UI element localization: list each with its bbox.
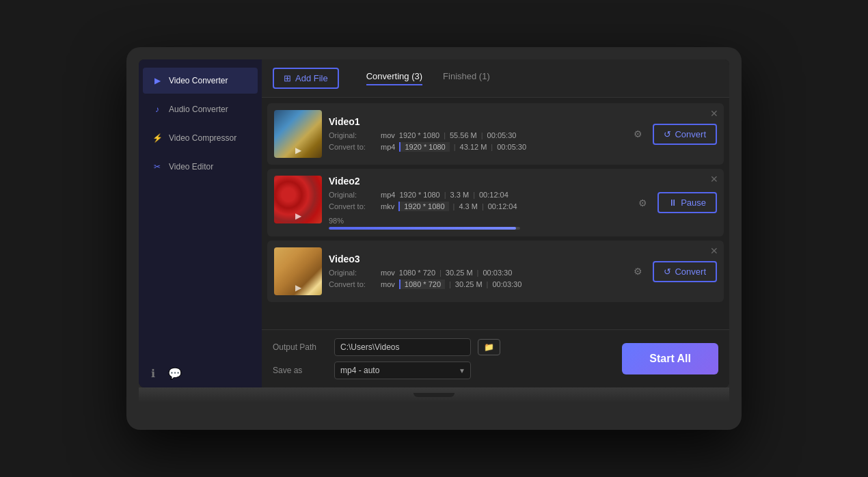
sidebar-item-label-video-converter: Video Converter xyxy=(169,76,228,85)
convert-resolution-video3: 1080 * 720 xyxy=(399,280,445,289)
original-duration-video3: 00:03:30 xyxy=(483,269,512,277)
progress-bar-video2: 98% xyxy=(329,217,626,230)
convert-to-label-video2: Convert to: xyxy=(329,202,377,210)
convert-duration-video2: 00:12:04 xyxy=(488,202,517,210)
convert-button-video1[interactable]: ↺ Convert xyxy=(653,124,717,145)
sidebar-item-label-audio-converter: Audio Converter xyxy=(169,105,228,114)
file-actions-video2: ⚙ ⏸ Pause xyxy=(633,176,717,230)
sidebar: ▶ Video Converter ♪ Audio Converter ⚡ Vi… xyxy=(139,59,262,387)
original-label-video1: Original: xyxy=(329,131,377,139)
settings-button-video3[interactable]: ⚙ xyxy=(628,262,647,281)
file-name-video3: Video3 xyxy=(329,254,621,264)
bottom-left: Output Path 📁 Save as mp4 - auto mkv - a… xyxy=(273,338,500,379)
original-format-video3: mov xyxy=(381,269,395,277)
video-converter-icon: ▶ xyxy=(151,74,163,87)
settings-button-video2[interactable]: ⚙ xyxy=(633,193,652,213)
info-icon[interactable]: ℹ xyxy=(146,366,161,381)
save-as-label: Save as xyxy=(273,366,327,375)
save-as-wrapper: mp4 - auto mkv - auto mov - auto avi - a… xyxy=(334,362,471,379)
sidebar-item-video-editor[interactable]: ✂ Video Editor xyxy=(143,154,258,180)
laptop-wrapper: ▶ Video Converter ♪ Audio Converter ⚡ Vi… xyxy=(126,47,742,430)
add-file-label: Add File xyxy=(295,73,328,83)
settings-button-video1[interactable]: ⚙ xyxy=(628,124,647,144)
output-path-row: Output Path 📁 xyxy=(273,338,500,356)
sidebar-item-label-video-compressor: Video Compressor xyxy=(169,133,236,143)
folder-button[interactable]: 📁 xyxy=(478,339,500,355)
sidebar-item-video-converter[interactable]: ▶ Video Converter xyxy=(143,68,258,94)
sidebar-item-label-video-editor: Video Editor xyxy=(169,162,213,172)
convert-icon-video1: ↺ xyxy=(664,129,671,139)
progress-track-video2 xyxy=(329,227,520,230)
pause-icon-video2: ⏸ xyxy=(668,197,677,208)
original-size-video2: 3.3 M xyxy=(450,191,470,199)
convert-size-video2: 4.3 M xyxy=(459,202,478,210)
convert-button-video3[interactable]: ↺ Convert xyxy=(653,261,717,282)
convert-resolution-video1: 1920 * 1080 xyxy=(399,142,449,152)
file-actions-video1: ⚙ ↺ Convert xyxy=(628,110,717,158)
sidebar-item-audio-converter[interactable]: ♪ Audio Converter xyxy=(143,96,258,122)
thumbnail-video2: ▶ xyxy=(274,176,322,223)
file-list: ✕ ▶ Video1 Original: mov 1920 * 1080 | xyxy=(262,98,729,329)
file-actions-video3: ⚙ ↺ Convert xyxy=(628,247,717,295)
laptop-notch xyxy=(413,393,455,397)
close-button-video3[interactable]: ✕ xyxy=(710,246,718,256)
app-container: ▶ Video Converter ♪ Audio Converter ⚡ Vi… xyxy=(139,59,729,387)
file-item-video2: ✕ ▶ Video2 Original: mp4 1920 * 1080 | xyxy=(267,169,724,236)
convert-to-label-video3: Convert to: xyxy=(329,280,377,288)
file-meta-convert-video3: Convert to: mov 1080 * 720 | 30.25 M | 0… xyxy=(329,280,621,289)
original-duration-video1: 00:05:30 xyxy=(487,131,517,139)
output-path-label: Output Path xyxy=(273,342,327,352)
pause-button-video2[interactable]: ⏸ Pause xyxy=(657,192,717,213)
sidebar-bottom: ℹ 💬 xyxy=(139,359,262,387)
original-format-video1: mov xyxy=(381,131,395,139)
bottom-bar: Output Path 📁 Save as mp4 - auto mkv - a… xyxy=(262,329,729,387)
output-path-input[interactable] xyxy=(334,338,471,356)
video-compressor-icon: ⚡ xyxy=(151,132,163,144)
file-item-video3: ✕ ▶ Video3 Original: mov 1080 * 720 | xyxy=(267,241,724,302)
file-name-video2: Video2 xyxy=(329,176,626,187)
close-button-video1[interactable]: ✕ xyxy=(710,109,718,118)
progress-fill-video2 xyxy=(329,227,516,230)
play-icon-video1: ▶ xyxy=(295,146,301,155)
original-label-video3: Original: xyxy=(329,269,377,277)
save-as-select[interactable]: mp4 - auto mkv - auto mov - auto avi - a… xyxy=(334,362,471,379)
convert-duration-video3: 00:03:30 xyxy=(492,280,521,288)
audio-converter-icon: ♪ xyxy=(151,103,163,115)
convert-format-video2: mkv xyxy=(381,202,394,210)
original-duration-video2: 00:12:04 xyxy=(479,191,508,199)
tab-finished[interactable]: Finished (1) xyxy=(443,71,490,85)
chat-icon[interactable]: 💬 xyxy=(167,366,182,381)
thumbnail-video1: ▶ xyxy=(274,110,322,158)
file-item-video1: ✕ ▶ Video1 Original: mov 1920 * 1080 | xyxy=(267,103,724,165)
play-icon-video2: ▶ xyxy=(295,211,301,221)
start-all-button[interactable]: Start All xyxy=(622,343,718,374)
convert-format-video3: mov xyxy=(381,280,395,288)
convert-resolution-video2: 1920 * 1080 xyxy=(398,202,448,211)
file-meta-original-video3: Original: mov 1080 * 720 | 30.25 M | 00:… xyxy=(329,269,621,277)
convert-duration-video1: 00:05:30 xyxy=(497,143,526,151)
video-editor-icon: ✂ xyxy=(151,161,163,173)
add-file-button[interactable]: ⊞ Add File xyxy=(273,68,339,89)
add-file-icon: ⊞ xyxy=(284,73,291,83)
convert-size-video3: 30.25 M xyxy=(455,280,483,288)
progress-label-video2: 98% xyxy=(329,217,626,225)
tabs: Converting (3) Finished (1) xyxy=(366,71,490,85)
sidebar-item-video-compressor[interactable]: ⚡ Video Compressor xyxy=(143,125,258,151)
tab-converting[interactable]: Converting (3) xyxy=(366,71,422,85)
main-content: ⊞ Add File Converting (3) Finished (1) xyxy=(262,59,729,387)
file-name-video1: Video1 xyxy=(329,116,621,127)
original-resolution-video2: 1920 * 1080 xyxy=(399,191,439,199)
file-info-video1: Video1 Original: mov 1920 * 1080 | 55.56… xyxy=(329,110,621,158)
convert-size-video1: 43.12 M xyxy=(460,143,487,151)
file-meta-original-video2: Original: mp4 1920 * 1080 | 3.3 M | 00:1… xyxy=(329,191,626,199)
close-button-video2[interactable]: ✕ xyxy=(710,174,718,184)
play-icon-video3: ▶ xyxy=(295,283,301,292)
save-as-row: Save as mp4 - auto mkv - auto mov - auto… xyxy=(273,362,500,379)
original-resolution-video3: 1080 * 720 xyxy=(399,269,435,277)
thumbnail-video3: ▶ xyxy=(274,247,322,295)
laptop-screen: ▶ Video Converter ♪ Audio Converter ⚡ Vi… xyxy=(139,59,729,387)
convert-format-video1: mp4 xyxy=(381,143,395,151)
original-size-video1: 55.56 M xyxy=(450,131,477,139)
file-info-video3: Video3 Original: mov 1080 * 720 | 30.25 … xyxy=(329,247,621,295)
laptop-base xyxy=(139,387,729,403)
